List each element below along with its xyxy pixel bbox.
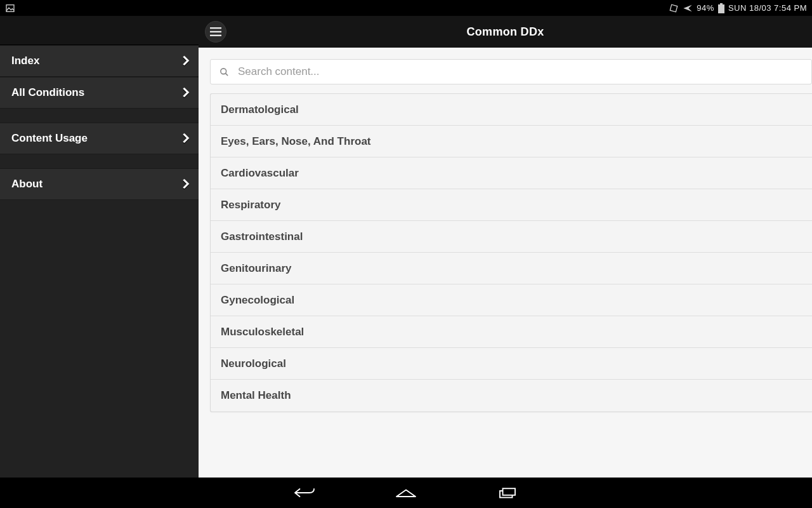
svg-line-8 <box>225 73 228 76</box>
list-item[interactable]: Mental Health <box>211 380 812 411</box>
gallery-icon <box>5 3 15 13</box>
list-item-label: Neurological <box>221 358 286 370</box>
system-nav-bar <box>0 478 812 508</box>
chevron-right-icon <box>180 178 187 190</box>
list-item[interactable]: Eyes, Ears, Nose, And Throat <box>211 126 812 157</box>
home-button[interactable] <box>393 480 419 505</box>
recents-icon <box>496 486 519 500</box>
list-item[interactable]: Neurological <box>211 348 812 380</box>
svg-rect-5 <box>210 31 221 32</box>
list-item-label: Gastrointestinal <box>221 231 303 243</box>
svg-rect-2 <box>718 4 724 13</box>
list-item-label: Mental Health <box>221 389 291 402</box>
sidebar-divider <box>0 109 199 123</box>
menu-button[interactable] <box>205 21 226 43</box>
sidebar-item-label: Content Usage <box>11 132 88 145</box>
list-item-label: Dermatological <box>221 104 299 116</box>
back-icon <box>293 486 316 500</box>
sidebar-item-label: Index <box>11 55 39 67</box>
list-item[interactable]: Musculoskeletal <box>211 316 812 348</box>
main-panel: Common DDx Dermatological Eyes, Ears, No… <box>199 16 812 478</box>
search-box[interactable] <box>210 59 812 84</box>
recents-button[interactable] <box>495 480 520 505</box>
list-item[interactable]: Respiratory <box>211 189 812 221</box>
home-icon <box>395 486 417 500</box>
list-item[interactable]: Cardiovascular <box>211 157 812 189</box>
sidebar-item-about[interactable]: About <box>0 168 199 200</box>
sidebar-item-label: All Conditions <box>11 86 84 99</box>
sidebar-header <box>0 16 199 45</box>
svg-rect-0 <box>6 4 14 11</box>
list-item-label: Gynecological <box>221 294 294 307</box>
svg-rect-4 <box>210 27 221 29</box>
page-title: Common DDx <box>466 25 544 39</box>
category-list: Dermatological Eyes, Ears, Nose, And Thr… <box>210 93 812 412</box>
list-item-label: Respiratory <box>221 199 280 211</box>
rotate-icon <box>669 3 679 13</box>
list-item[interactable]: Dermatological <box>211 94 812 126</box>
list-item-label: Eyes, Ears, Nose, And Throat <box>221 135 371 148</box>
sidebar-item-content-usage[interactable]: Content Usage <box>0 123 199 154</box>
sidebar-item-index[interactable]: Index <box>0 45 199 77</box>
airplane-icon <box>683 3 693 13</box>
battery-percent: 94% <box>697 3 714 13</box>
status-datetime: SUN 18/03 7:54 PM <box>728 3 807 13</box>
list-item[interactable]: Genitourinary <box>211 253 812 284</box>
sidebar-item-all-conditions[interactable]: All Conditions <box>0 77 199 109</box>
svg-rect-6 <box>210 35 221 36</box>
list-item[interactable]: Gynecological <box>211 284 812 316</box>
app-bar: Common DDx <box>199 16 812 48</box>
status-bar: 94% SUN 18/03 7:54 PM <box>0 0 812 16</box>
list-item-label: Cardiovascular <box>221 167 299 180</box>
svg-rect-1 <box>671 4 678 11</box>
chevron-right-icon <box>180 55 187 67</box>
chevron-right-icon <box>180 86 187 99</box>
sidebar-divider <box>0 154 199 168</box>
sidebar-item-label: About <box>11 178 43 190</box>
svg-point-7 <box>221 68 226 74</box>
list-item[interactable]: Gastrointestinal <box>211 221 812 253</box>
battery-icon <box>718 3 724 13</box>
svg-rect-3 <box>720 3 723 4</box>
list-item-label: Musculoskeletal <box>221 326 304 338</box>
sidebar: Index All Conditions Content Usage About <box>0 16 199 478</box>
chevron-right-icon <box>180 132 187 145</box>
hamburger-icon <box>210 27 221 36</box>
svg-rect-10 <box>503 488 516 495</box>
search-icon <box>219 67 229 77</box>
search-input[interactable] <box>238 65 802 78</box>
back-button[interactable] <box>292 480 317 505</box>
list-item-label: Genitourinary <box>221 262 291 275</box>
